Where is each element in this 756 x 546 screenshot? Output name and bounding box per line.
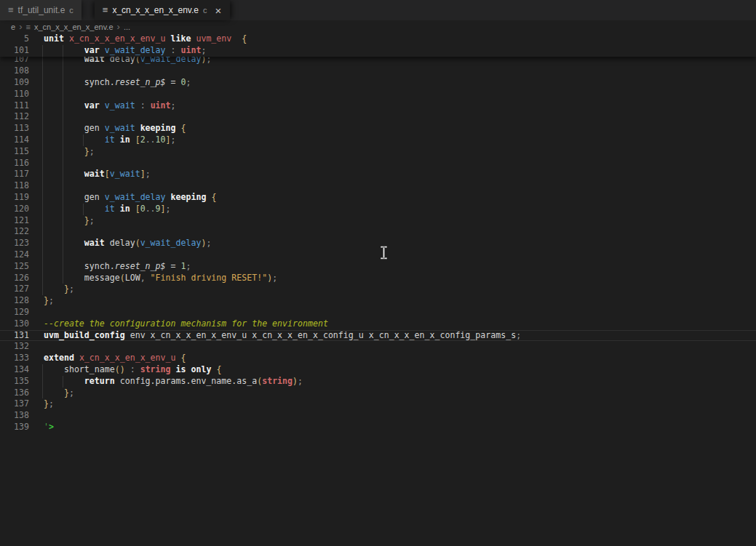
code-line[interactable]: 122: [0, 226, 756, 238]
code-line[interactable]: 5unit x_cn_x_x_en_x_env_u like uvm_env {: [0, 33, 756, 45]
line-number[interactable]: 115: [0, 146, 29, 158]
breadcrumb-more[interactable]: ...: [124, 23, 130, 31]
line-number[interactable]: 131: [0, 330, 29, 342]
code-text: short_name() : string is only {: [29, 364, 756, 376]
line-number[interactable]: 134: [0, 364, 29, 376]
code-text: synch.reset_n_p$ = 0;: [29, 77, 756, 89]
code-text: };: [29, 388, 756, 399]
line-number[interactable]: 118: [0, 180, 29, 192]
indent-guide-icon: [63, 249, 63, 261]
indent-guide-icon: [63, 135, 63, 146]
indent-guide-icon: [42, 146, 43, 158]
line-number[interactable]: 133: [0, 353, 29, 364]
indent-guide-icon: [42, 111, 43, 123]
indent-guide-icon: [63, 273, 63, 284]
sticky-scroll-header[interactable]: 5unit x_cn_x_x_en_x_env_u like uvm_env {…: [0, 33, 756, 57]
line-number[interactable]: 125: [0, 261, 29, 273]
code-line[interactable]: 109 synch.reset_n_p$ = 0;: [0, 77, 756, 89]
code-line[interactable]: 139'>: [0, 422, 756, 433]
code-line[interactable]: 115 };: [0, 146, 756, 158]
tab-x-cn-env[interactable]: ≡ x_cn_x_x_en_x_env.e c ×: [95, 0, 230, 20]
line-number[interactable]: 113: [0, 123, 29, 135]
code-text: return config.params.env_name.as_a(strin…: [29, 376, 756, 388]
line-number[interactable]: 123: [0, 238, 29, 249]
indent-guide-icon: [63, 89, 63, 100]
tab-tf-util-unit[interactable]: ≡ tf_util_unit.e c: [0, 0, 81, 20]
code-text: [29, 180, 756, 192]
code-line[interactable]: 111 var v_wait : uint;: [0, 100, 756, 112]
line-number[interactable]: 127: [0, 284, 29, 295]
line-number[interactable]: 138: [0, 410, 29, 422]
code-line[interactable]: 121 };: [0, 215, 756, 227]
code-line[interactable]: 124: [0, 249, 756, 261]
code-line[interactable]: 108: [0, 65, 756, 77]
code-line[interactable]: 112: [0, 111, 756, 123]
code-line[interactable]: 131uvm_build_config env x_cn_x_x_en_x_en…: [0, 330, 756, 342]
code-text: };: [29, 284, 756, 295]
code-line[interactable]: 101 var v_wait_delay : uint;: [0, 45, 756, 57]
indent-guide-icon: [42, 100, 43, 112]
line-number[interactable]: 110: [0, 89, 29, 100]
indent-guide-icon: [42, 123, 43, 135]
line-number[interactable]: 5: [0, 33, 29, 45]
line-number[interactable]: 101: [0, 45, 29, 57]
indent-guide-icon: [42, 215, 43, 227]
line-number[interactable]: 122: [0, 226, 29, 238]
line-number[interactable]: 117: [0, 169, 29, 180]
line-number[interactable]: 135: [0, 376, 29, 388]
line-number[interactable]: 111: [0, 100, 29, 112]
code-text: unit x_cn_x_x_en_x_env_u like uvm_env {: [29, 33, 756, 45]
code-lines: 107 wait delay(v_wait_delay);108109 sync…: [0, 54, 756, 433]
code-line[interactable]: 138: [0, 410, 756, 422]
code-line[interactable]: 132: [0, 341, 756, 353]
line-number[interactable]: 130: [0, 318, 29, 330]
line-number[interactable]: 114: [0, 135, 29, 146]
line-number[interactable]: 121: [0, 215, 29, 227]
code-line[interactable]: 119 gen v_wait_delay keeping {: [0, 192, 756, 204]
code-line[interactable]: 127 };: [0, 284, 756, 295]
code-line[interactable]: 125 synch.reset_n_p$ = 1;: [0, 261, 756, 273]
code-line[interactable]: 113 gen v_wait keeping {: [0, 123, 756, 135]
code-text: uvm_build_config env x_cn_x_x_en_x_env_u…: [29, 330, 756, 342]
line-number[interactable]: 120: [0, 204, 29, 215]
line-number[interactable]: 136: [0, 388, 29, 399]
code-line[interactable]: 135 return config.params.env_name.as_a(s…: [0, 376, 756, 388]
indent-guide-icon: [63, 123, 63, 135]
code-line[interactable]: 128};: [0, 295, 756, 307]
code-line[interactable]: 116: [0, 158, 756, 169]
breadcrumb-file[interactable]: x_cn_x_x_en_x_env.e: [34, 23, 114, 31]
line-number[interactable]: 119: [0, 192, 29, 204]
code-line[interactable]: 126 message(LOW, "Finish driving RESET!"…: [0, 273, 756, 284]
line-number[interactable]: 116: [0, 158, 29, 169]
indent-guide-icon: [42, 273, 43, 284]
code-line[interactable]: 117 wait[v_wait];: [0, 169, 756, 180]
code-editor[interactable]: 107 wait delay(v_wait_delay);108109 sync…: [0, 33, 756, 546]
line-number[interactable]: 109: [0, 77, 29, 89]
code-line[interactable]: 120 it in [0..9];: [0, 204, 756, 215]
line-number[interactable]: 137: [0, 398, 29, 410]
indent-guide-icon: [63, 169, 63, 180]
code-line[interactable]: 130--create the configuration mechanism …: [0, 318, 756, 330]
code-line[interactable]: 137};: [0, 398, 756, 410]
indent-guide-icon: [42, 169, 43, 180]
line-number[interactable]: 128: [0, 295, 29, 307]
code-line[interactable]: 134 short_name() : string is only {: [0, 364, 756, 376]
code-line[interactable]: 110: [0, 89, 756, 100]
code-line[interactable]: 129: [0, 307, 756, 318]
line-number[interactable]: 108: [0, 65, 29, 77]
line-number[interactable]: 112: [0, 111, 29, 123]
close-icon[interactable]: ×: [214, 5, 222, 16]
line-number[interactable]: 139: [0, 422, 29, 433]
breadcrumb-root[interactable]: e: [11, 23, 15, 31]
code-line[interactable]: 133extend x_cn_x_x_en_x_env_u {: [0, 353, 756, 364]
line-number[interactable]: 132: [0, 341, 29, 353]
line-number[interactable]: 124: [0, 249, 29, 261]
indent-guide-icon: [42, 158, 43, 169]
code-line[interactable]: 114 it in [2..10];: [0, 135, 756, 146]
line-number[interactable]: 126: [0, 273, 29, 284]
code-text: };: [29, 295, 756, 307]
code-line[interactable]: 118: [0, 180, 756, 192]
code-line[interactable]: 123 wait delay(v_wait_delay);: [0, 238, 756, 249]
line-number[interactable]: 129: [0, 307, 29, 318]
code-line[interactable]: 136 };: [0, 388, 756, 399]
